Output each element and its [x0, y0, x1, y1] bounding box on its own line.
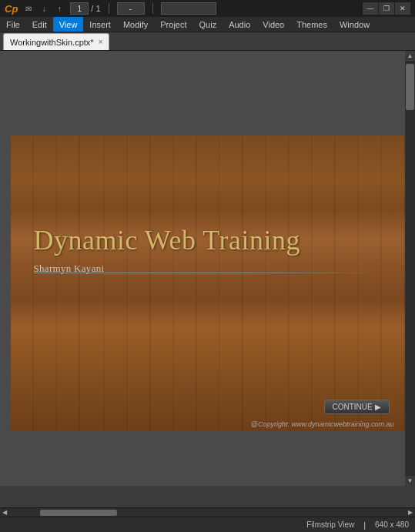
zoom-control	[117, 2, 145, 15]
cp-logo: Cp	[5, 3, 18, 15]
status-separator: |	[363, 520, 366, 530]
menu-edit[interactable]: Edit	[26, 17, 53, 32]
menu-modify[interactable]: Modify	[117, 17, 154, 32]
wood-background	[11, 136, 405, 431]
zoom-input[interactable]	[117, 2, 145, 15]
slide: Dynamic Web Training Sharmyn Kayani CONT…	[11, 136, 405, 431]
menu-bar: File Edit View Insert Modify Project Qui…	[0, 17, 415, 32]
vertical-scrollbar: ▲ ▼	[405, 51, 415, 486]
horizontal-scrollbar: ◀ ▶	[0, 507, 415, 517]
arrow-up-icon[interactable]: ↑	[53, 2, 65, 15]
document-tab[interactable]: WorkingwithSkin.cptx* ×	[3, 33, 109, 50]
scroll-thumb-horizontal[interactable]	[40, 510, 117, 516]
menu-themes[interactable]: Themes	[290, 17, 333, 32]
email-icon[interactable]: ✉	[22, 2, 35, 15]
slide-container: Dynamic Web Training Sharmyn Kayani CONT…	[11, 80, 405, 457]
window-controls: — ❐ ✕	[363, 2, 410, 15]
copyright-text: @Copyright: www.dynamicwebtraining.com.a…	[251, 420, 394, 428]
h-scroll-track	[9, 508, 406, 517]
menu-file[interactable]: File	[0, 17, 26, 32]
menu-window[interactable]: Window	[333, 17, 376, 32]
search-input[interactable]	[161, 2, 216, 15]
close-button[interactable]: ✕	[395, 2, 410, 15]
scroll-right-button[interactable]: ▶	[406, 508, 415, 517]
title-bar-icons: ✉ ↓ ↑	[22, 2, 65, 15]
continue-label: CONTINUE ▶	[333, 403, 381, 411]
minimize-button[interactable]: —	[363, 2, 378, 15]
page-controls: / 1	[70, 2, 100, 15]
scroll-thumb-vertical[interactable]	[406, 64, 414, 110]
divider2	[152, 3, 153, 14]
continue-button[interactable]: CONTINUE ▶	[324, 400, 390, 414]
slide-divider-line	[34, 273, 382, 273]
menu-video[interactable]: Video	[256, 17, 290, 32]
scroll-up-button[interactable]: ▲	[405, 51, 415, 61]
menu-audio[interactable]: Audio	[223, 17, 256, 32]
scroll-left-button[interactable]: ◀	[0, 508, 9, 517]
tab-label: WorkingwithSkin.cptx*	[10, 38, 94, 47]
tab-bar: WorkingwithSkin.cptx* ×	[0, 32, 415, 51]
menu-quiz[interactable]: Quiz	[193, 17, 223, 32]
divider	[109, 3, 109, 14]
title-bar-left: Cp ✉ ↓ ↑ / 1	[5, 2, 216, 15]
restore-button[interactable]: ❐	[379, 2, 394, 15]
tab-close-button[interactable]: ×	[99, 38, 103, 46]
canvas-size-label: 640 x 480	[375, 520, 409, 529]
page-total: 1	[95, 4, 100, 13]
arrow-down-icon[interactable]: ↓	[38, 2, 50, 15]
menu-insert[interactable]: Insert	[83, 17, 117, 32]
page-separator: /	[91, 4, 93, 13]
canvas-area: Dynamic Web Training Sharmyn Kayani CONT…	[0, 51, 415, 486]
page-input[interactable]	[70, 2, 89, 15]
menu-view[interactable]: View	[53, 17, 84, 32]
title-bar: Cp ✉ ↓ ↑ / 1 — ❐ ✕	[0, 0, 415, 17]
status-bar: Filmstrip View | 640 x 480	[0, 517, 415, 532]
scroll-down-button[interactable]: ▼	[405, 476, 415, 486]
slide-title: Dynamic Web Training	[34, 224, 300, 256]
menu-project[interactable]: Project	[154, 17, 192, 32]
filmstrip-view-label: Filmstrip View	[306, 520, 354, 529]
